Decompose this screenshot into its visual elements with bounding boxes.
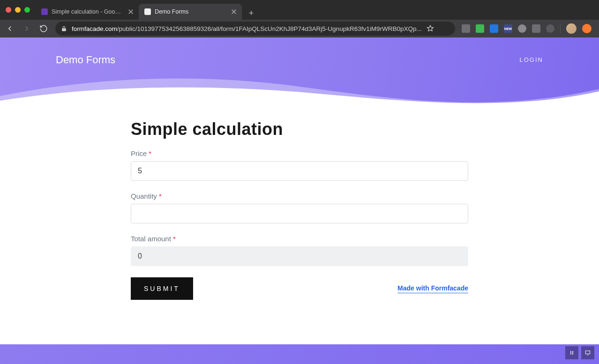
extension-icon[interactable]: NEW	[504, 24, 512, 33]
forward-button[interactable]	[22, 23, 32, 34]
tabs-container: Simple calculation - Google Form Demo Fo…	[36, 0, 258, 20]
page-hero: Demo Forms LOGIN	[0, 37, 599, 110]
floating-controls	[565, 346, 594, 359]
arrow-right-icon	[22, 24, 31, 33]
lock-icon	[61, 26, 67, 32]
reload-button[interactable]	[38, 23, 49, 34]
profile-avatar[interactable]	[566, 23, 577, 34]
required-asterisk: *	[149, 149, 151, 157]
close-tab-icon[interactable]	[127, 8, 134, 15]
label-text: Total amount	[131, 235, 171, 243]
field-total: Total amount *	[131, 235, 468, 266]
extension-icons: NEW	[462, 23, 594, 34]
page-footer-band	[0, 344, 599, 364]
label-text: Quantity	[131, 192, 157, 200]
address-bar[interactable]: formfacade.com/public/101397753425638859…	[55, 22, 455, 36]
field-price: Price *	[131, 149, 468, 181]
login-link[interactable]: LOGIN	[520, 56, 543, 63]
reload-icon	[39, 24, 48, 33]
url-domain: formfacade.com	[72, 25, 117, 32]
label-text: Price	[131, 149, 147, 157]
extension-icon[interactable]	[546, 24, 554, 33]
price-input[interactable]	[131, 161, 468, 181]
tab-bar: Simple calculation - Google Form Demo Fo…	[0, 0, 599, 20]
back-button[interactable]	[5, 23, 15, 34]
field-quantity: Quantity *	[131, 192, 468, 223]
required-asterisk: *	[159, 192, 162, 200]
price-label: Price *	[131, 149, 468, 157]
required-asterisk: *	[173, 235, 176, 243]
formfacade-credit-link[interactable]: Made with Formfacade	[397, 284, 468, 293]
browser-toolbar: formfacade.com/public/101397753425638859…	[0, 20, 599, 37]
extension-icon[interactable]	[518, 24, 526, 33]
total-input	[131, 246, 468, 266]
form-container: Simple calculation Price * Quantity * To…	[131, 110, 468, 319]
tab-active[interactable]: Demo Forms	[139, 4, 242, 20]
submit-button[interactable]: SUBMIT	[131, 277, 193, 300]
arrow-left-icon	[6, 24, 14, 33]
form-title: Simple calculation	[131, 119, 468, 139]
maximize-window-dot[interactable]	[24, 7, 30, 13]
browser-chrome: Simple calculation - Google Form Demo Fo…	[0, 0, 599, 37]
extension-icon[interactable]	[476, 24, 484, 33]
extension-icon[interactable]	[490, 24, 498, 33]
tab-title: Demo Forms	[155, 8, 188, 15]
url-path: /public/101397753425638859326/all/form/1…	[117, 25, 422, 32]
tab-inactive[interactable]: Simple calculation - Google Form	[36, 4, 139, 20]
close-tab-icon[interactable]	[231, 8, 237, 15]
tab-title: Simple calculation - Google Form	[52, 8, 124, 15]
macos-window-controls[interactable]	[6, 7, 30, 13]
present-button[interactable]	[581, 346, 594, 359]
bookmark-star-icon[interactable]	[427, 25, 434, 32]
total-label: Total amount *	[131, 235, 468, 243]
close-window-dot[interactable]	[6, 7, 11, 13]
extension-icon[interactable]	[582, 24, 592, 33]
extension-icon[interactable]	[532, 24, 540, 33]
google-forms-favicon-icon	[41, 8, 48, 15]
site-brand[interactable]: Demo Forms	[56, 54, 115, 66]
form-footer: SUBMIT Made with Formfacade	[131, 277, 468, 300]
quantity-label: Quantity *	[131, 192, 468, 200]
quantity-input[interactable]	[131, 204, 468, 223]
wave-decoration-icon	[0, 82, 599, 110]
present-icon	[584, 349, 591, 356]
site-favicon-icon	[144, 8, 151, 15]
extension-icon[interactable]	[462, 24, 470, 33]
new-tab-button[interactable]: +	[245, 7, 258, 20]
pause-icon	[569, 349, 575, 356]
pause-button[interactable]	[565, 346, 578, 359]
minimize-window-dot[interactable]	[15, 7, 21, 13]
